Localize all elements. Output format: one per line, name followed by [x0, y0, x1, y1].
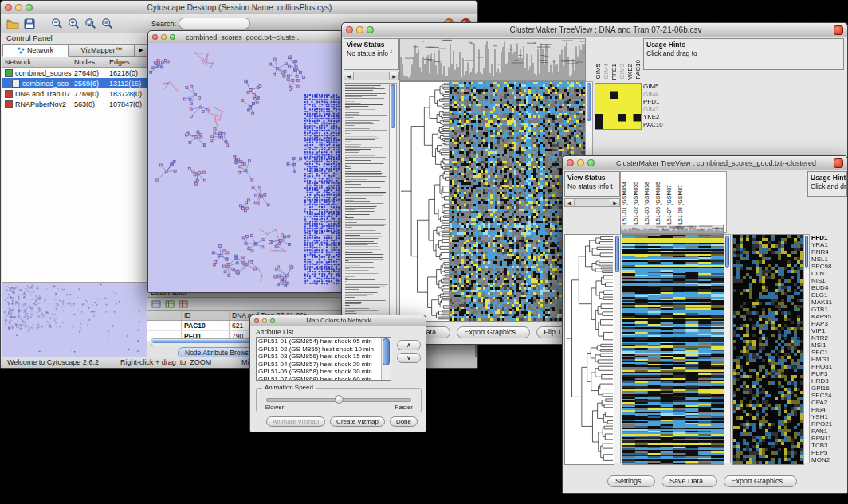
heatmap-vscrollbar[interactable]: [724, 234, 731, 463]
dendrogram-vscrollbar[interactable]: [614, 234, 621, 463]
attribute-item[interactable]: GPL51-04 (GSM857) heat shock 20 min: [257, 361, 382, 369]
minimize-button[interactable]: [161, 34, 167, 40]
dialog-button[interactable]: Animate Vizmap: [266, 416, 325, 427]
gene-label[interactable]: RPN11: [811, 435, 848, 442]
slider-thumb[interactable]: [335, 395, 344, 404]
attribute-item[interactable]: GPL51-01 (GSM854) heat shock 05 min: [257, 338, 382, 346]
attribute-list-scrollbar[interactable]: [381, 338, 391, 380]
gene-label[interactable]: YRA1: [811, 241, 848, 248]
gene-label[interactable]: PAN1: [811, 428, 848, 435]
scroll-left-arrow[interactable]: ◀: [344, 72, 354, 80]
tree-overview-thumbnail[interactable]: [344, 83, 390, 323]
zoom-button[interactable]: [170, 34, 175, 40]
search-input[interactable]: [179, 18, 250, 29]
scroll-left-arrow[interactable]: ◀: [565, 199, 575, 206]
select-attributes-icon[interactable]: [151, 299, 162, 310]
zoom-out-icon[interactable]: [49, 17, 64, 31]
delete-attribute-icon[interactable]: [178, 299, 189, 310]
map-colors-dialog[interactable]: Map Colors to Network Attribute List GPL…: [249, 315, 426, 432]
gene-label[interactable]: NIS1: [811, 277, 848, 284]
gene-label[interactable]: RNR4: [811, 248, 848, 256]
gene-label[interactable]: ELG1: [811, 291, 848, 299]
gene-label[interactable]: YSH1: [811, 413, 848, 420]
gene-label[interactable]: NTR2: [811, 334, 848, 342]
matrix-row-label[interactable]: GIM3: [643, 106, 675, 114]
gene-label[interactable]: KAP95: [811, 313, 848, 320]
treeview-dna-titlebar[interactable]: ClusterMaker TreeView : DNA and Tran 07-…: [342, 23, 847, 37]
network-row[interactable]: combined_sco 2569(6) 13112(15): [2, 78, 147, 88]
column-dendrogram-canvas[interactable]: [620, 225, 724, 234]
zoom-button[interactable]: [367, 26, 374, 33]
gene-label[interactable]: CLN1: [811, 270, 848, 277]
network-row[interactable]: RNAPuberNov2 563(0) 107847(0): [2, 99, 147, 109]
scroll-right-arrow[interactable]: ▶: [389, 72, 398, 80]
overview-vscrollbar[interactable]: [389, 83, 397, 322]
attribute-item[interactable]: GPL51-07 (GSM868) heat shock 60 min: [257, 376, 382, 381]
tree-overview-scrollbar[interactable]: ◀ ▶: [564, 198, 620, 207]
zoom-button[interactable]: [26, 4, 33, 11]
gene-label[interactable]: RPO21: [811, 420, 848, 428]
column-dendrogram-canvas[interactable]: [399, 38, 586, 81]
gene-label[interactable]: HAP3: [811, 320, 848, 327]
gene-label[interactable]: SEC1: [811, 349, 848, 356]
zoom-button[interactable]: [587, 159, 595, 166]
gene-label[interactable]: HRD3: [811, 377, 848, 385]
treeview-button[interactable]: Save Data...: [662, 475, 717, 487]
treeview-combined-window[interactable]: ClusterMaker TreeView : combined_scores_…: [562, 155, 848, 494]
dialog-titlebar[interactable]: Map Colors to Network: [250, 315, 426, 326]
open-session-icon[interactable]: [6, 17, 20, 31]
heatmap-canvas[interactable]: [622, 234, 724, 465]
gene-label[interactable]: GTB1: [811, 306, 848, 313]
zoom-fit-icon[interactable]: [83, 17, 97, 31]
gene-label[interactable]: MAK31: [811, 299, 848, 306]
zoom-selected-icon[interactable]: [100, 17, 114, 31]
minimize-button[interactable]: [262, 318, 267, 323]
matrix-row-label[interactable]: PFD1: [643, 98, 675, 106]
correlation-matrix-canvas[interactable]: [595, 83, 642, 130]
gene-label[interactable]: HMG1: [811, 356, 848, 363]
gene-label[interactable]: MON2: [811, 456, 848, 463]
matrix-column-label[interactable]: GIM4: [603, 64, 610, 80]
close-button[interactable]: [254, 318, 259, 323]
zoom-in-icon[interactable]: [66, 17, 80, 31]
matrix-column-label[interactable]: GIM3: [618, 64, 626, 80]
treeview-button[interactable]: Export Graphics...: [724, 475, 797, 487]
gene-label[interactable]: CPA2: [811, 399, 848, 406]
close-button[interactable]: [152, 34, 158, 40]
attribute-list[interactable]: GPL51-01 (GSM854) heat shock 05 minGPL51…: [256, 337, 391, 381]
gene-label[interactable]: TCB3: [811, 442, 848, 449]
network-graph-canvas[interactable]: [148, 43, 343, 292]
matrix-column-label[interactable]: PFD1: [610, 64, 618, 80]
attribute-item[interactable]: GPL51-02 (GS M855) heat shock 10 min: [257, 346, 382, 354]
matrix-row-label[interactable]: GIM4: [643, 91, 675, 99]
tab-vizmapper[interactable]: VizMapper™: [69, 44, 135, 57]
tab-network[interactable]: Network: [2, 44, 69, 57]
matrix-column-label[interactable]: YKE2: [626, 64, 634, 80]
row-dendrogram-canvas[interactable]: [564, 234, 614, 465]
move-up-button[interactable]: ∧: [397, 340, 421, 350]
gene-label[interactable]: BUD4: [811, 284, 848, 291]
gene-label[interactable]: SPC98: [811, 263, 848, 270]
matrix-row-label[interactable]: PAC10: [643, 121, 675, 129]
network-row[interactable]: DNA and Tran 07 7769(0) 183728(0): [2, 88, 147, 99]
gene-label[interactable]: GPI16: [811, 385, 848, 392]
scroll-right-arrow[interactable]: ▶: [610, 199, 619, 206]
create-attribute-icon[interactable]: [164, 299, 175, 310]
matrix-row-label[interactable]: YKE2: [643, 113, 675, 121]
gene-label[interactable]: MSI1: [811, 342, 848, 349]
global-heatmap-canvas[interactable]: [732, 234, 804, 465]
move-down-button[interactable]: ∨: [397, 353, 421, 363]
matrix-column-label[interactable]: GIM5: [595, 64, 602, 80]
gene-label[interactable]: MSL1: [811, 256, 848, 263]
network-view-titlebar[interactable]: combined_scores_good.txt--cluste...: [148, 31, 343, 44]
dialog-button[interactable]: Done: [390, 416, 418, 427]
treeview-button[interactable]: Settings...: [607, 475, 655, 487]
zoom-button[interactable]: [270, 318, 275, 323]
minimize-button[interactable]: [356, 26, 363, 33]
row-dendrogram-canvas[interactable]: [399, 81, 450, 322]
network-overview-thumbnail[interactable]: [2, 283, 147, 357]
network-row[interactable]: combined_scores 2764(0) 16218(0): [2, 68, 147, 78]
gene-label[interactable]: FIG4: [811, 406, 848, 413]
gene-label[interactable]: VIP1: [811, 327, 848, 334]
global-vscrollbar[interactable]: [803, 234, 810, 463]
